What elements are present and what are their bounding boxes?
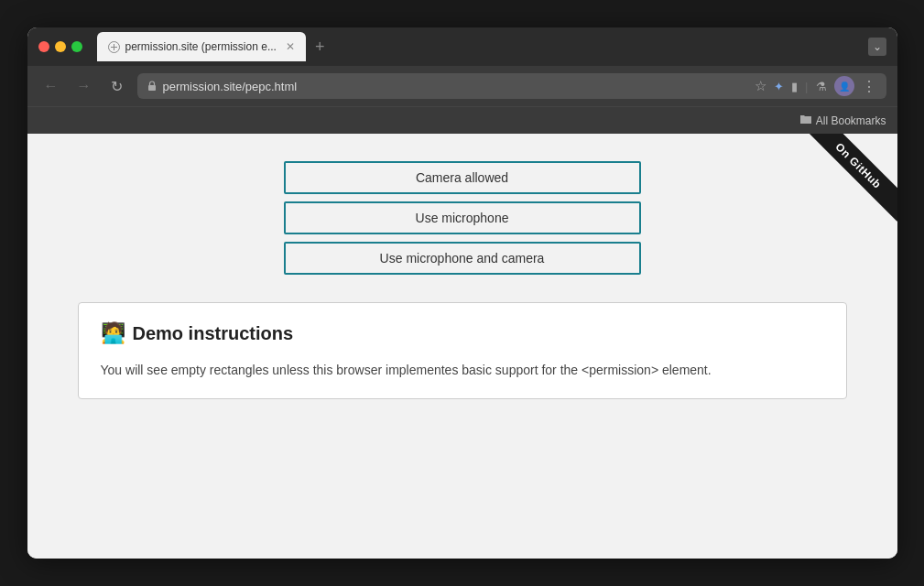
profile-avatar[interactable]: 👤 [834,76,854,96]
use-microphone-button[interactable]: Use microphone [284,201,641,234]
all-bookmarks-item[interactable]: All Bookmarks [799,114,886,127]
separator: | [805,80,808,93]
title-bar: permission.site (permission e... ✕ + ⌄ [27,27,897,66]
tab-label: permission.site (permission e... [125,40,277,53]
reload-button[interactable]: ↻ [104,73,130,99]
tab-close-icon[interactable]: ✕ [286,40,295,53]
nav-bar: ← → ↻ permission.site/pepc.html ☆ ✦ ▮ | … [27,66,897,106]
demo-title-text: Demo instructions [133,323,294,344]
use-microphone-camera-button[interactable]: Use microphone and camera [284,242,641,275]
lab-icon-button[interactable]: ⚗ [816,80,827,93]
browser-menu-button[interactable]: ⌄ [868,38,886,56]
new-tab-button[interactable]: + [310,38,331,57]
browser-window: permission.site (permission e... ✕ + ⌄ ←… [27,27,897,559]
demo-title: 🧑‍💻 Demo instructions [101,321,824,345]
bookmarks-bar: All Bookmarks [27,106,897,134]
bookmarks-folder-icon [799,114,812,127]
permission-buttons-container: Camera allowed Use microphone Use microp… [46,161,879,275]
active-tab[interactable]: permission.site (permission e... ✕ [97,32,306,61]
close-button[interactable] [38,41,49,52]
url-text: permission.site/pepc.html [163,80,750,93]
tab-bar: permission.site (permission e... ✕ + [97,32,861,61]
more-options-button[interactable]: ⋮ [862,78,877,95]
lock-icon [147,80,158,93]
demo-description: You will see empty rectangles unless thi… [101,360,824,380]
bookmark-star-button[interactable]: ☆ [755,78,766,94]
address-bar[interactable]: permission.site/pepc.html ☆ ✦ ▮ | ⚗ 👤 ⋮ [137,73,886,99]
back-button[interactable]: ← [38,73,64,99]
tab-favicon [108,41,120,53]
bookmarks-label: All Bookmarks [816,114,886,127]
camera-allowed-button[interactable]: Camera allowed [284,161,641,194]
page-content: On GitHub Camera allowed Use microphone … [27,134,897,559]
demo-instructions-box: 🧑‍💻 Demo instructions You will see empty… [78,302,847,399]
demo-emoji: 🧑‍💻 [101,321,125,345]
gemini-button[interactable]: ✦ [774,80,784,93]
extensions-button[interactable]: ▮ [791,80,798,93]
address-actions: ☆ ✦ ▮ | ⚗ 👤 ⋮ [755,76,876,96]
maximize-button[interactable] [71,41,82,52]
minimize-button[interactable] [55,41,66,52]
traffic-lights [38,41,82,52]
forward-button[interactable]: → [71,73,97,99]
svg-rect-3 [148,85,156,91]
